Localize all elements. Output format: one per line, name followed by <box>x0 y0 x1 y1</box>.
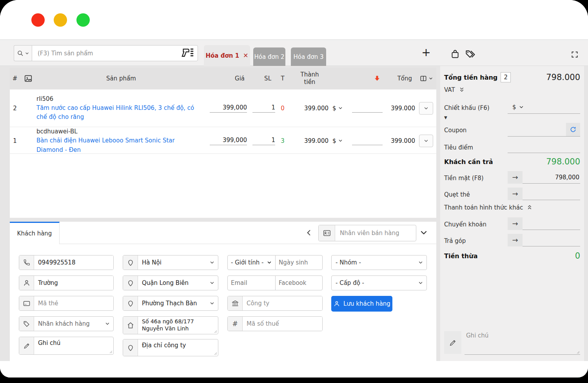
close-tab-icon[interactable]: ✕ <box>243 52 248 59</box>
cash-label: Tiền mặt (F8) <box>444 175 484 182</box>
gender-select[interactable]: - Giới tính - <box>227 255 276 270</box>
subtotal-row: Tổng tiền hàng 2 798.000 <box>444 72 580 82</box>
cash-input[interactable] <box>523 174 580 181</box>
order-note-input[interactable] <box>465 330 580 355</box>
chevron-down-icon <box>267 260 272 265</box>
double-chevron-up-icon[interactable] <box>526 204 533 211</box>
col-header-qty[interactable]: SL <box>247 75 275 82</box>
customer-phone-input[interactable] <box>34 255 113 270</box>
price-tags-icon[interactable] <box>465 49 476 60</box>
chevron-left-icon[interactable] <box>305 229 313 237</box>
product-name-link[interactable]: Tăm nước cao cấp Huawei Hilink RLI506, 3… <box>36 104 202 122</box>
line-discount-input[interactable] <box>352 104 383 113</box>
resize-grip-icon[interactable] <box>108 349 113 354</box>
ward-select[interactable]: Phường Thạch Bàn <box>123 296 218 311</box>
barcode-scanner-icon[interactable] <box>181 46 194 60</box>
customer-label-select[interactable]: Nhãn khách hàng <box>19 316 114 331</box>
address-field: Số 46a ngõ 68/177 Nguyễn Văn Linh <box>123 316 218 334</box>
sort-descending-icon[interactable] <box>349 75 383 82</box>
facebook-input[interactable] <box>276 279 322 286</box>
double-chevron-down-icon[interactable] <box>458 86 465 93</box>
quantity-input[interactable] <box>252 137 275 145</box>
chevron-down-icon <box>519 104 524 110</box>
tax-code-field: # <box>227 316 323 331</box>
col-header-total[interactable]: Tổng <box>383 75 416 82</box>
city-select[interactable]: Hà Nội <box>123 255 218 270</box>
product-code: bcdhuawei-BL <box>36 127 202 136</box>
line-amount: 399.000 <box>290 137 329 144</box>
birthday-field <box>275 255 323 270</box>
invoice-tab-2[interactable]: Hóa đơn 2 <box>253 47 285 66</box>
quantity-input[interactable] <box>252 104 275 113</box>
price-input[interactable] <box>210 137 247 145</box>
birthday-input[interactable] <box>276 259 322 266</box>
minimize-window-button[interactable] <box>54 13 67 27</box>
line-discount-input[interactable] <box>352 137 383 145</box>
product-search-input[interactable] <box>32 45 198 61</box>
search-mode-button[interactable] <box>14 45 32 61</box>
column-settings-button[interactable] <box>416 75 436 82</box>
vat-row[interactable]: VAT <box>444 86 580 93</box>
gender-value: - Giới tính - <box>231 259 263 266</box>
bag-icon[interactable] <box>450 49 460 59</box>
seller-select[interactable]: Nhân viên bán hàng <box>318 225 416 241</box>
company-address-input[interactable]: Địa chỉ công ty <box>138 339 218 356</box>
apply-transfer-button[interactable]: → <box>508 217 523 230</box>
apply-card-button[interactable]: → <box>508 188 523 200</box>
tax-code-input[interactable] <box>243 317 322 331</box>
discount-input[interactable] <box>524 104 580 111</box>
close-window-button[interactable] <box>31 13 45 27</box>
discount-unit-selector[interactable]: $ <box>329 137 349 144</box>
level-select[interactable]: - Cấp độ - <box>331 275 427 290</box>
resize-grip-icon[interactable] <box>212 350 217 355</box>
tab-customer[interactable]: Khách hàng <box>10 222 60 244</box>
discount-expander[interactable]: ▼ <box>444 115 580 120</box>
customer-note-input[interactable]: Ghi chú <box>34 337 113 354</box>
chevron-down-icon <box>105 317 113 331</box>
customer-card-input[interactable] <box>34 296 113 310</box>
col-header-amount[interactable]: Thànhtiền <box>290 71 329 86</box>
product-code: rli506 <box>36 95 202 104</box>
chevron-down-icon <box>418 276 426 290</box>
subtotal-label: Tổng tiền hàng <box>444 74 497 81</box>
price-input[interactable] <box>210 104 247 113</box>
other-methods-row[interactable]: Thanh toán hình thức khác <box>444 204 580 211</box>
fullscreen-icon[interactable] <box>571 51 579 58</box>
invoice-tab-3[interactable]: Hóa đơn 3 <box>291 47 326 66</box>
collapse-panel-chevron-icon[interactable] <box>419 228 428 237</box>
row-options-button[interactable] <box>419 102 433 115</box>
resize-grip-icon[interactable] <box>212 328 217 333</box>
new-invoice-button[interactable]: + <box>420 46 432 59</box>
address-input[interactable]: Số 46a ngõ 68/177 Nguyễn Văn Linh <box>138 317 218 334</box>
save-customer-button[interactable]: Lưu khách hàng <box>331 296 392 312</box>
col-header-product[interactable]: Sản phẩm <box>36 75 206 82</box>
col-header-t[interactable]: T <box>275 75 290 82</box>
zoom-window-button[interactable] <box>76 13 90 27</box>
row-options-button[interactable] <box>419 135 433 147</box>
invoice-tab-1[interactable]: Hóa đơn 1 ✕ <box>204 45 250 66</box>
installment-label: Trả góp <box>444 237 466 244</box>
coupon-input[interactable] <box>508 126 566 133</box>
district-select[interactable]: Quận Long Biên <box>123 275 218 290</box>
product-name-link[interactable]: Bàn chải điện Huawei Lebooo Smart Sonic … <box>36 136 202 155</box>
card-input[interactable] <box>523 190 580 197</box>
customer-phone-field <box>19 255 114 270</box>
group-select[interactable]: - Nhóm - <box>331 255 427 270</box>
row-number: 1 <box>10 137 20 144</box>
col-header-price[interactable]: Giá <box>206 75 247 82</box>
apply-installment-button[interactable]: → <box>508 234 523 246</box>
points-input[interactable] <box>508 143 580 150</box>
installment-input[interactable] <box>523 237 580 244</box>
discount-unit-selector[interactable]: $ <box>508 104 524 111</box>
customer-name-input[interactable] <box>34 276 113 290</box>
image-column-icon <box>20 74 36 83</box>
resize-grip-icon[interactable] <box>575 349 580 354</box>
id-card-icon <box>319 225 335 241</box>
discount-unit-selector[interactable]: $ <box>329 105 349 112</box>
installment-input-area: → <box>508 234 580 246</box>
refresh-icon[interactable] <box>566 123 580 136</box>
apply-cash-button[interactable]: → <box>508 171 523 184</box>
transfer-input[interactable] <box>523 220 580 227</box>
email-input[interactable] <box>228 279 275 286</box>
company-input[interactable] <box>243 296 322 310</box>
